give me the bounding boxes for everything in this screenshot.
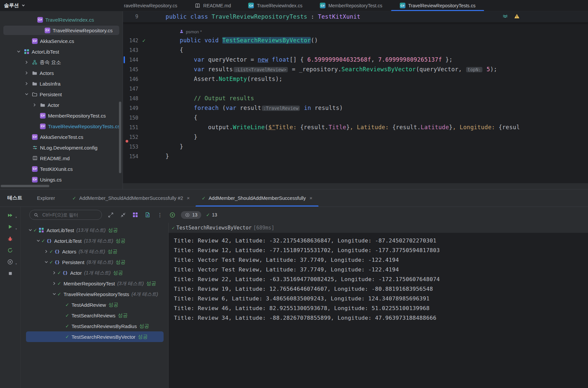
- code-text[interactable]: var results:List<TravelReview> = _reposi…: [166, 65, 497, 75]
- more-button[interactable]: ⋮: [156, 211, 164, 218]
- code-line[interactable]: 146 Assert.NotEmpty(results);: [123, 74, 588, 84]
- test-passed-gutter-icon[interactable]: ✓: [142, 38, 146, 43]
- warning-icon[interactable]: [514, 13, 520, 19]
- kill-button[interactable]: [6, 270, 14, 277]
- breakpoint-dot[interactable]: [126, 140, 128, 143]
- report-button[interactable]: [144, 211, 151, 218]
- explorer-item[interactable]: C#Usings.cs: [0, 174, 123, 185]
- code-analysis-icon[interactable]: [502, 13, 508, 19]
- code-text[interactable]: {: [166, 113, 198, 123]
- run-button[interactable]: ▾: [6, 223, 14, 230]
- explorer-item[interactable]: Persistent: [0, 89, 123, 100]
- test-result-tab[interactable]: ✓AddMember_ShouldAddMemberSuccessfully #…: [66, 190, 196, 206]
- code-text[interactable]: var queryVector = new float[] { 6.599999…: [166, 55, 453, 65]
- code-line[interactable]: 148 // Output results: [123, 94, 588, 103]
- rerun-button[interactable]: [6, 246, 14, 254]
- test-tree-item[interactable]: ✓{}Persistent(8개 테스트)성공: [26, 257, 164, 267]
- code-line[interactable]: 149 foreach (var result:TravelReview in …: [123, 103, 588, 113]
- code-line[interactable]: 145 var results:List<TravelReview> = _re…: [123, 65, 588, 74]
- test-tree-item[interactable]: ✓MemberRepositoryTest(3개 테스트)성공: [26, 278, 164, 289]
- editor-tab[interactable]: README.md: [186, 0, 240, 11]
- code-text[interactable]: foreach (var result:TravelReview in resu…: [166, 103, 343, 113]
- chevron-right-icon[interactable]: [24, 60, 29, 65]
- explorer-item[interactable]: C#TravelReviewRepository.cs: [0, 25, 123, 36]
- explorer-item[interactable]: C#MemberRepositoryTest.cs: [0, 110, 123, 121]
- chevron-right-icon[interactable]: [32, 103, 37, 107]
- chevron-down-icon[interactable]: [36, 238, 41, 243]
- editor-tab[interactable]: C#MemberRepositoryTest.cs: [311, 0, 391, 11]
- group-by-button[interactable]: [132, 211, 139, 218]
- explorer-item[interactable]: NLog.Development.config: [0, 142, 123, 153]
- explorer-item[interactable]: C#AkkaService.cs: [0, 36, 123, 46]
- code-text[interactable]: }: [166, 132, 198, 142]
- explorer-item[interactable]: C#TravelReviewIndex.cs: [0, 14, 123, 25]
- run-all-button[interactable]: ▾: [6, 211, 14, 219]
- code-text[interactable]: {: [166, 45, 183, 55]
- test-tree-item[interactable]: ✓{}ActorLibTest(13개 테스트)성공: [26, 235, 164, 246]
- explorer-vertical-scrollbar[interactable]: [119, 102, 121, 173]
- filter-box[interactable]: [29, 210, 102, 220]
- code-line[interactable]: 144 var queryVector = new float[] { 6.59…: [123, 55, 588, 65]
- expand-all-button[interactable]: [107, 211, 114, 218]
- gutter[interactable]: ✓: [138, 38, 150, 43]
- chevron-right-icon[interactable]: [52, 281, 57, 286]
- code-text[interactable]: }: [166, 152, 169, 161]
- code-text[interactable]: output.WriteLine($"Title: {result.Title}…: [166, 123, 520, 132]
- code-editor[interactable]: 9public class TravelReviewRepositoryTest…: [123, 11, 588, 189]
- test-tree-item[interactable]: ✓TestSearchReviews성공: [26, 310, 164, 321]
- editor-scrollbar[interactable]: [123, 183, 588, 189]
- code-line[interactable]: 151 output.WriteLine($"Title: {result.Ti…: [123, 123, 588, 132]
- chevron-down-icon[interactable]: [16, 49, 21, 54]
- filter-input[interactable]: [42, 212, 98, 218]
- explorer-item[interactable]: C#AkkaServiceTest.cs: [0, 132, 123, 142]
- code-line[interactable]: 154}: [123, 152, 588, 161]
- explorer-item[interactable]: ActorLibTest: [0, 46, 123, 57]
- close-icon[interactable]: ×: [187, 195, 190, 201]
- explorer-item[interactable]: C#TravelReviewRepositoryTests.cs: [0, 121, 123, 132]
- solution-selector[interactable]: 솔루션: [0, 0, 123, 11]
- chevron-right-icon[interactable]: [52, 270, 57, 275]
- chevron-down-icon[interactable]: [24, 92, 29, 97]
- tab-explorer[interactable]: Explorer: [37, 195, 55, 201]
- explorer-item[interactable]: Actors: [0, 68, 123, 78]
- test-tree-item[interactable]: ✓TravelReviewRepositoryTests(4개 테스트): [26, 289, 164, 299]
- editor-tab[interactable]: ravelReviewRepository.cs: [123, 0, 186, 11]
- editor-tab[interactable]: C#TravelReviewIndex.cs: [240, 0, 311, 11]
- explorer-item[interactable]: Actor: [0, 100, 123, 110]
- code-line[interactable]: 153 }: [123, 142, 588, 152]
- editor-tab[interactable]: C#TravelReviewRepositoryTests.cs: [391, 0, 484, 11]
- close-icon[interactable]: ×: [309, 195, 312, 201]
- chevron-down-icon[interactable]: [28, 228, 33, 232]
- chevron-right-icon[interactable]: [44, 249, 49, 254]
- code-text[interactable]: // Output results: [166, 94, 254, 103]
- explorer-item[interactable]: 종속 요소: [0, 57, 123, 68]
- chevron-right-icon[interactable]: [24, 81, 29, 86]
- debug-button[interactable]: [6, 235, 14, 242]
- chevron-down-icon[interactable]: [44, 260, 49, 264]
- rerun-failed-button[interactable]: [169, 211, 176, 218]
- output-console[interactable]: Title: Review 42, Latitude: -32.21754368…: [169, 233, 588, 388]
- code-text[interactable]: Assert.NotEmpty(results);: [166, 74, 283, 84]
- code-line[interactable]: 152 }: [123, 132, 588, 142]
- stop-button[interactable]: ▾: [6, 258, 14, 265]
- inspection-widget[interactable]: [502, 13, 520, 19]
- chevron-down-icon[interactable]: [52, 292, 57, 296]
- code-line[interactable]: 142✓ public void TestSearchReviewsByVect…: [123, 36, 588, 45]
- test-tree-item[interactable]: ✓TestAddReview성공: [26, 299, 164, 310]
- code-text[interactable]: public void TestSearchReviewsByVector(): [166, 36, 318, 45]
- code-text[interactable]: }: [166, 142, 183, 152]
- code-area[interactable]: psmon *142✓ public void TestSearchReview…: [123, 22, 588, 183]
- test-tree-item[interactable]: ✓{}Actors(5개 테스트)성공: [26, 246, 164, 257]
- collapse-all-button[interactable]: [119, 211, 127, 218]
- test-tree-item[interactable]: ✓ActorLibTest(13개 테스트)성공: [26, 225, 164, 235]
- test-result-tab[interactable]: ✓AddMember_ShouldAddMemberSuccessfully×: [196, 190, 318, 206]
- code-line[interactable]: 143 {: [123, 45, 588, 55]
- explorer-item[interactable]: LabsInfra: [0, 78, 123, 89]
- total-count-badge[interactable]: 13: [181, 211, 201, 219]
- code-line[interactable]: 147: [123, 84, 588, 94]
- chevron-right-icon[interactable]: [24, 71, 29, 75]
- test-tree-item[interactable]: ✓TestSearchReviewsByVector성공: [26, 331, 164, 342]
- test-tree-item[interactable]: ✓{}Actor(1개 테스트)성공: [26, 267, 164, 278]
- explorer-item[interactable]: README.md: [0, 153, 123, 164]
- passed-count-badge[interactable]: ✓ 13: [206, 212, 217, 217]
